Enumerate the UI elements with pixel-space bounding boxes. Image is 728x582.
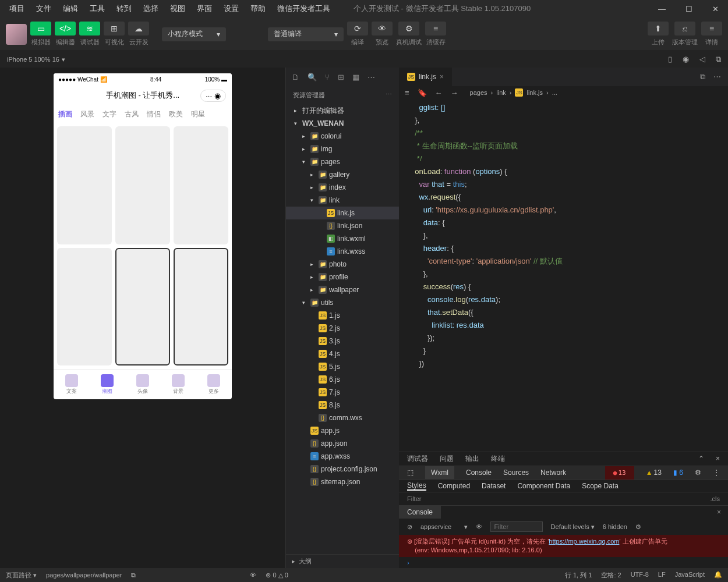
indent[interactable]: 空格: 2 (601, 571, 621, 580)
device-icon[interactable]: ▯ (668, 55, 672, 64)
detail-button[interactable]: ≡ (701, 22, 722, 36)
ext-icon[interactable]: ⋯ (367, 73, 375, 81)
panel-tab[interactable]: Network (540, 469, 566, 477)
forward-icon[interactable]: → (451, 88, 458, 97)
realdebug-button[interactable]: ⚙ (398, 22, 419, 36)
style-tab[interactable]: Dataset (482, 482, 506, 490)
error-badge[interactable]: ⊗ 0 △ 0 (266, 572, 288, 579)
compile-select[interactable]: 普通编译▾ (268, 27, 344, 41)
levels-select[interactable]: Default levels ▾ (551, 523, 595, 531)
filter-input[interactable]: Filter (407, 495, 421, 502)
wallpaper-card[interactable] (115, 248, 170, 366)
menu-item[interactable]: 微信开发者工具 (273, 1, 335, 16)
split-icon[interactable]: ⧉ (700, 72, 705, 81)
encoding[interactable]: UTF-8 (631, 571, 649, 580)
branch-icon[interactable]: ⑂ (325, 73, 330, 81)
tree-item[interactable]: JS3.js (286, 335, 399, 347)
tree-item[interactable]: ▾📁utils (286, 296, 399, 309)
menu-item[interactable]: 工具 (85, 1, 109, 16)
menu-item[interactable]: 视图 (165, 1, 190, 16)
wallpaper-card[interactable] (174, 248, 228, 366)
nav-item[interactable]: 潮图 (101, 374, 114, 395)
tree-item[interactable]: ≡app.wxss (286, 450, 399, 463)
tab[interactable]: 明星 (191, 109, 205, 119)
dbg-tab[interactable]: 输出 (465, 454, 479, 464)
eol[interactable]: LF (658, 571, 666, 580)
tree-item[interactable]: JS5.js (286, 360, 399, 373)
tree-item[interactable]: JS6.js (286, 373, 399, 386)
hidden-count[interactable]: 6 hidden (603, 523, 627, 530)
tree-section[interactable]: ▾WX_WENAN (286, 117, 399, 130)
bookmark-icon[interactable]: 🔖 (418, 88, 427, 97)
menu-item[interactable]: 项目 (5, 1, 29, 16)
tree-item[interactable]: ▸📁gallery (286, 168, 399, 181)
tree-item[interactable]: ▸📁wallpaper (286, 283, 399, 296)
wallpaper-card[interactable] (174, 126, 228, 244)
menu-item[interactable]: 编辑 (58, 1, 83, 16)
tree-item[interactable]: JSapp.js (286, 424, 399, 437)
tree-item[interactable]: ▸📁index (286, 181, 399, 194)
menu-item[interactable]: 帮助 (246, 1, 270, 16)
capsule-button[interactable]: ···◉ (200, 90, 226, 102)
menu-item[interactable]: 转到 (112, 1, 136, 16)
tree-item[interactable]: ≡link.wxss (286, 245, 399, 258)
simulator-button[interactable]: ▭ (30, 22, 51, 36)
nav-item[interactable]: 文案 (65, 374, 78, 395)
files-icon[interactable]: 🗋 (292, 73, 299, 81)
menu-item[interactable]: 设置 (219, 1, 243, 16)
dbg-tab[interactable]: 问题 (440, 454, 454, 464)
clearcache-button[interactable]: ≡ (425, 22, 446, 36)
tree-item[interactable]: ▸📁colorui (286, 130, 399, 143)
clear-icon[interactable]: ⊘ (407, 523, 412, 531)
panel-tab[interactable]: Wxml (425, 466, 454, 479)
version-button[interactable]: ⎌ (674, 22, 695, 36)
ext-icon[interactable]: ⊞ (338, 73, 344, 81)
eye-icon[interactable]: 👁 (476, 523, 482, 530)
warn-count[interactable]: 13 (646, 469, 662, 477)
filter-input[interactable] (490, 521, 543, 532)
avatar[interactable] (6, 24, 27, 45)
error-link[interactable]: https://mp.weixin.qq.com (549, 538, 619, 545)
tree-item[interactable]: JS4.js (286, 347, 399, 360)
style-tab[interactable]: Styles (407, 481, 426, 491)
tree-item[interactable]: ▾📁link (286, 194, 399, 207)
menu-item[interactable]: 文件 (31, 1, 56, 16)
language[interactable]: JavaScript (675, 571, 705, 580)
copy-icon[interactable]: ⧉ (131, 572, 136, 579)
more-icon[interactable]: ⋮ (713, 469, 720, 477)
close-icon[interactable]: ✕ (708, 2, 723, 16)
close-icon[interactable]: × (710, 508, 728, 516)
tree-item[interactable]: ▸📁photo (286, 258, 399, 271)
style-tab[interactable]: Scope Data (582, 482, 619, 490)
menu-item[interactable]: 选择 (139, 1, 163, 16)
eye-icon[interactable]: 👁 (250, 572, 256, 579)
list-icon[interactable]: ≡ (405, 88, 409, 97)
cloud-button[interactable]: ☁ (128, 22, 149, 36)
maximize-icon[interactable]: ☐ (681, 2, 697, 16)
style-tab[interactable]: Component Data (517, 482, 570, 490)
upload-button[interactable]: ⬆ (648, 22, 669, 36)
tab[interactable]: 古风 (125, 109, 139, 119)
tree-item[interactable]: JS2.js (286, 322, 399, 335)
visual-button[interactable]: ⊞ (104, 22, 125, 36)
bell-icon[interactable]: 🔔 (714, 571, 722, 580)
tree-item[interactable]: {}comm.wxs (286, 411, 399, 424)
tree-item[interactable]: JSlink.js (286, 207, 399, 219)
error-count[interactable]: 13 (605, 466, 634, 480)
settings-icon[interactable]: ⚙ (635, 523, 641, 531)
editor-button[interactable]: </> (55, 22, 76, 36)
tree-section[interactable]: ▸打开的编辑器 (286, 104, 399, 117)
tree-item[interactable]: {}link.json (286, 219, 399, 232)
tree-item[interactable]: {}sitemap.json (286, 475, 399, 488)
mode-select[interactable]: 小程序模式▾ (162, 27, 226, 41)
nav-item[interactable]: 更多 (207, 374, 220, 395)
tree-item[interactable]: ▾📁pages (286, 155, 399, 168)
wallpaper-card[interactable] (57, 126, 112, 244)
back-icon[interactable]: ← (435, 88, 443, 97)
cls-toggle[interactable]: .cls (711, 495, 720, 502)
wallpaper-card[interactable] (57, 248, 112, 366)
compile-button[interactable]: ⟳ (347, 22, 368, 36)
share-icon[interactable]: ◁ (699, 55, 705, 64)
debugger-button[interactable]: ≋ (79, 22, 100, 36)
tab[interactable]: 风景 (80, 109, 94, 119)
